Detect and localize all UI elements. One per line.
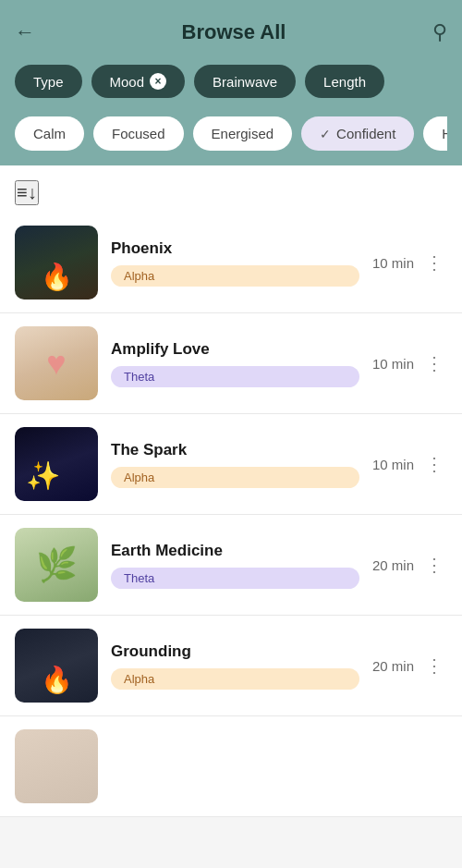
mood-tab-energised-label: Energised — [212, 126, 274, 141]
item-duration-earth: 20 min — [372, 557, 414, 573]
item-name-spark: The Spark — [111, 441, 359, 459]
list-item: ♥ Amplify Love Theta 10 min ⋮ — [0, 313, 462, 414]
item-more-earth[interactable]: ⋮ — [421, 552, 447, 578]
mood-tab-calm[interactable]: Calm — [15, 116, 84, 151]
filter-tabs-row: Type Mood × Brainwave Length — [15, 55, 447, 107]
mood-tab-happy-label: Hap... — [442, 126, 447, 141]
item-right-phoenix: 10 min ⋮ — [372, 250, 447, 275]
item-tag-spark: Alpha — [111, 467, 359, 488]
item-right-grounding: 20 min ⋮ — [372, 653, 447, 679]
item-duration-phoenix: 10 min — [372, 255, 414, 271]
back-button[interactable]: ← — [15, 20, 35, 44]
list-item: ✨ The Spark Alpha 10 min ⋮ — [0, 414, 462, 515]
item-name-phoenix: Phoenix — [111, 239, 359, 258]
item-thumbnail-last — [15, 729, 98, 803]
item-more-phoenix[interactable]: ⋮ — [421, 250, 447, 275]
mood-tab-focused-label: Focused — [112, 126, 165, 141]
heart-icon: ♥ — [46, 344, 66, 383]
mood-tab-confident-label: Confident — [336, 126, 395, 141]
leaf-icon: 🌿 — [36, 545, 78, 584]
mood-tab-focused[interactable]: Focused — [93, 116, 184, 151]
item-info-amplify: Amplify Love Theta — [111, 340, 359, 387]
item-info-spark: The Spark Alpha — [111, 441, 359, 488]
main-content: ≡↓ 🔥 Phoenix Alpha 10 min ⋮ ♥ Amplify Lo… — [0, 165, 462, 817]
app-root: ← Browse All ⚲ Type Mood × Brainwave Len… — [0, 0, 462, 817]
item-tag-earth: Theta — [111, 568, 359, 589]
mood-tab-confident[interactable]: Confident — [301, 116, 414, 151]
item-thumbnail-phoenix: 🔥 — [15, 226, 98, 300]
sort-button[interactable]: ≡↓ — [15, 180, 39, 205]
sort-bar: ≡↓ — [0, 165, 462, 213]
filter-tab-brainwave[interactable]: Brainwave — [194, 65, 296, 98]
list-item: 🔥 Grounding Alpha 20 min ⋮ — [0, 616, 462, 716]
item-duration-amplify: 10 min — [372, 356, 414, 372]
item-name-earth: Earth Medicine — [111, 542, 359, 560]
item-right-spark: 10 min ⋮ — [372, 451, 447, 477]
back-icon: ← — [15, 20, 35, 44]
list-item: 🔥 Phoenix Alpha 10 min ⋮ — [0, 213, 462, 313]
filter-tab-length[interactable]: Length — [305, 65, 384, 98]
page-title: Browse All — [35, 20, 432, 44]
mood-tabs-row: Calm Focused Energised Confident Hap... — [15, 107, 447, 165]
mood-tab-happy[interactable]: Hap... — [423, 116, 447, 151]
search-button[interactable]: ⚲ — [432, 20, 447, 44]
item-thumbnail-grounding: 🔥 — [15, 629, 98, 703]
item-more-grounding[interactable]: ⋮ — [421, 653, 447, 679]
item-more-amplify[interactable]: ⋮ — [421, 350, 447, 376]
filter-tab-type[interactable]: Type — [15, 65, 82, 98]
filter-tab-mood-label: Mood — [110, 74, 145, 90]
mood-close-icon[interactable]: × — [150, 73, 166, 90]
item-tag-amplify: Theta — [111, 366, 359, 387]
item-thumbnail-earth: 🌿 — [15, 528, 98, 602]
item-name-amplify: Amplify Love — [111, 340, 359, 359]
item-duration-spark: 10 min — [372, 457, 414, 472]
filter-tab-length-label: Length — [323, 74, 366, 90]
filter-tab-type-label: Type — [33, 74, 64, 90]
item-thumbnail-amplify: ♥ — [15, 326, 98, 400]
sparkle-icon: ✨ — [26, 459, 60, 492]
list-item-partial — [0, 716, 462, 817]
item-name-grounding: Grounding — [111, 642, 359, 661]
item-tag-phoenix: Alpha — [111, 265, 359, 287]
search-icon: ⚲ — [432, 20, 447, 44]
mood-tab-energised[interactable]: Energised — [193, 116, 293, 151]
item-info-earth: Earth Medicine Theta — [111, 542, 359, 589]
mood-tab-calm-label: Calm — [33, 126, 66, 141]
fire-icon: 🔥 — [41, 262, 73, 292]
item-thumbnail-spark: ✨ — [15, 427, 98, 501]
item-tag-grounding: Alpha — [111, 668, 359, 690]
item-info-grounding: Grounding Alpha — [111, 642, 359, 690]
item-duration-grounding: 20 min — [372, 658, 414, 674]
item-info-phoenix: Phoenix Alpha — [111, 239, 359, 287]
filter-tab-brainwave-label: Brainwave — [213, 74, 277, 90]
item-right-earth: 20 min ⋮ — [372, 552, 447, 578]
filter-tab-mood[interactable]: Mood × — [91, 65, 186, 98]
list-item: 🌿 Earth Medicine Theta 20 min ⋮ — [0, 515, 462, 616]
item-more-spark[interactable]: ⋮ — [421, 451, 447, 477]
fire-icon-2: 🔥 — [41, 665, 73, 695]
item-right-amplify: 10 min ⋮ — [372, 350, 447, 376]
header-top: ← Browse All ⚲ — [15, 11, 447, 55]
header: ← Browse All ⚲ Type Mood × Brainwave Len… — [0, 0, 462, 165]
